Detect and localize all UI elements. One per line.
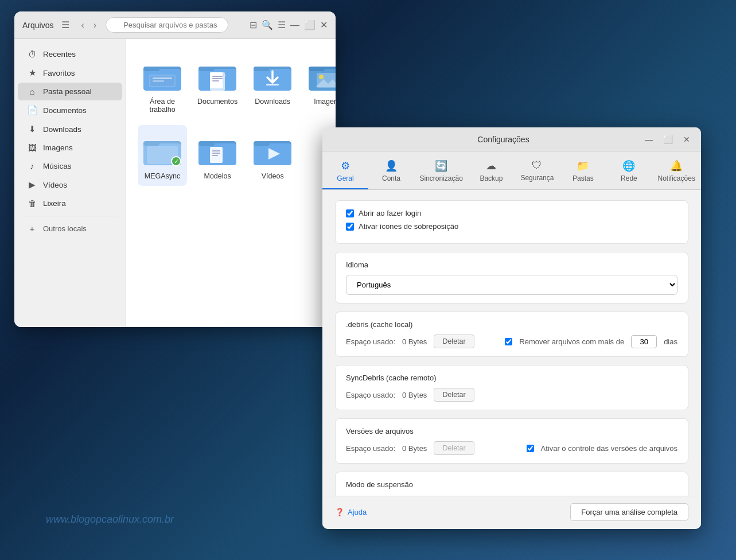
settings-window: Configurações — ⬜ ✕ ⚙ Geral 👤 Conta 🔄 Si… (322, 127, 701, 529)
svg-rect-9 (198, 67, 215, 71)
home-icon: ⌂ (27, 87, 37, 96)
sw-close-button[interactable]: ✕ (680, 134, 693, 145)
force-analysis-button[interactable]: Forçar uma análise completa (570, 503, 688, 521)
tab-pastas[interactable]: 📁 Pastas (560, 155, 606, 189)
svg-rect-15 (212, 80, 219, 81)
help-link[interactable]: ❓ Ajuda (335, 508, 367, 516)
idioma-section: Idioma Português English Español Françai… (335, 252, 688, 304)
file-manager-window: Arquivos ☰ ‹ › 🔍 ⊟ 🔍 ☰ — ⬜ ✕ ⏱ Recentes … (14, 11, 336, 327)
tab-backup[interactable]: ☁ Backup (468, 155, 514, 189)
close-icon[interactable]: ✕ (320, 20, 328, 30)
svg-point-24 (319, 75, 324, 79)
sidebar-divider (21, 216, 119, 216)
sidebar-item-imagens[interactable]: 🖼 Imagens (18, 139, 122, 157)
nav-back-button[interactable]: ‹ (77, 19, 87, 32)
list-view-icon[interactable]: ☰ (278, 20, 286, 30)
tab-label-conta: Conta (382, 174, 400, 182)
folder-svg-videos (252, 133, 293, 168)
tab-geral[interactable]: ⚙ Geral (322, 155, 368, 189)
folder-item-megasync[interactable]: ✓ MEGAsync (138, 125, 187, 186)
debris-delete-button[interactable]: Deletar (434, 335, 474, 348)
tab-seguranca[interactable]: 🛡 Segurança (514, 155, 560, 189)
startup-section: Abrir ao fazer login Ativar ícones de so… (335, 200, 688, 244)
svg-rect-22 (309, 67, 325, 71)
sw-content: Abrir ao fazer login Ativar ícones de so… (322, 190, 701, 496)
checkbox-remover-arquivos[interactable] (505, 338, 512, 345)
check-badge: ✓ (171, 156, 181, 166)
label-versoes-controle: Ativar o controle das versões de arquivo… (541, 444, 677, 453)
maximize-icon[interactable]: ⬜ (304, 20, 316, 30)
folder-label-imagens: Imagens (314, 98, 336, 106)
sidebar-label-imagens: Imagens (43, 143, 73, 152)
sidebar-item-outros[interactable]: + Outros locais (18, 220, 122, 238)
sidebar-item-recentes[interactable]: ⏱ Recentes (18, 45, 122, 63)
hamburger-icon[interactable]: ☰ (61, 20, 69, 30)
sidebar-label-pasta-pessoal: Pasta pessoal (43, 87, 92, 96)
folder-icon-downloads (252, 59, 293, 93)
svg-rect-34 (212, 153, 220, 154)
sidebar-item-lixeira[interactable]: 🗑 Lixeira (18, 195, 122, 212)
minimize-icon[interactable]: — (290, 20, 299, 30)
checkbox-row-icones: Ativar ícones de sobreposição (346, 222, 677, 231)
sidebar-item-pasta-pessoal[interactable]: ⌂ Pasta pessoal (18, 83, 122, 100)
versoes-title: Versões de arquivos (346, 427, 677, 435)
sidebar-item-favoritos[interactable]: ★ Favoritos (18, 64, 122, 82)
svg-rect-14 (212, 78, 223, 79)
search-input[interactable] (106, 17, 228, 33)
sidebar-item-musicas[interactable]: ♪ Músicas (18, 157, 122, 175)
tab-rede[interactable]: 🌐 Rede (606, 155, 652, 189)
folder-item-modelos[interactable]: Modelos (193, 125, 242, 186)
svg-rect-13 (212, 76, 223, 77)
sidebar-label-outros: Outros locais (43, 224, 87, 233)
folder-item-imagens[interactable]: Imagens (303, 50, 336, 119)
sidebar-label-recentes: Recentes (43, 50, 76, 59)
filter-icon[interactable]: ⊟ (250, 20, 257, 30)
checkbox-abrir-login[interactable] (346, 209, 354, 217)
versoes-delete-button[interactable]: Deletar (434, 441, 474, 455)
nav-forward-button[interactable]: › (90, 19, 100, 32)
star-icon: ★ (27, 68, 37, 78)
folder-label-documentos: Documentos (197, 98, 237, 106)
language-select[interactable]: Português English Español Français Deuts… (346, 275, 677, 295)
folder-item-videos[interactable]: Vídeos (248, 125, 297, 186)
sw-footer: ❓ Ajuda Forçar uma análise completa (322, 496, 701, 529)
sidebar-label-lixeira: Lixeira (43, 199, 66, 208)
label-abrir-login: Abrir ao fazer login (359, 209, 421, 217)
video-icon: ▶ (27, 180, 37, 190)
folder-label-area-de-trabalho: Área de trabalho (142, 98, 182, 114)
tab-sincronizacao[interactable]: 🔄 Sincronização (414, 155, 468, 189)
syncdebris-row: Espaço usado: 0 Bytes Deletar (346, 388, 677, 402)
checkbox-icones-sobreposicao[interactable] (346, 223, 354, 231)
tab-notificacoes[interactable]: 🔔 Notificações (652, 155, 701, 189)
svg-rect-6 (153, 80, 164, 82)
syncdebris-delete-button[interactable]: Deletar (434, 388, 474, 402)
sidebar-item-documentos[interactable]: 📄 Documentos (18, 101, 122, 119)
folder-icon-area-de-trabalho (142, 59, 182, 93)
debris-espaco-value: 0 Bytes (402, 337, 427, 346)
versoes-espaco-value: 0 Bytes (402, 444, 427, 453)
days-input[interactable] (631, 335, 657, 348)
sync-icon: 🔄 (435, 160, 447, 172)
folder-item-downloads[interactable]: Downloads (248, 50, 297, 119)
sw-minimize-button[interactable]: — (642, 134, 656, 145)
watermark: www.blogopcaolinux.com.br (46, 514, 174, 526)
folder-svg-imagens (307, 59, 336, 93)
debris-title: .debris (cache local) (346, 320, 677, 329)
folder-svg-docs (197, 59, 237, 93)
versoes-section: Versões de arquivos Espaço usado: 0 Byte… (335, 418, 688, 464)
folder-item-area-de-trabalho[interactable]: Área de trabalho (138, 50, 187, 119)
checkbox-versoes-controle[interactable] (527, 445, 534, 452)
folder-grid: Área de trabalho (138, 50, 324, 186)
folder-svg (142, 59, 182, 93)
folder-item-documentos[interactable]: Documentos (193, 50, 242, 119)
svg-rect-18 (254, 67, 270, 71)
debris-row: Espaço usado: 0 Bytes Deletar Remover ar… (346, 335, 677, 348)
folder-label-modelos: Modelos (204, 172, 231, 180)
idioma-title: Idioma (346, 260, 677, 269)
sw-maximize-button[interactable]: ⬜ (660, 134, 676, 145)
search2-icon[interactable]: 🔍 (262, 20, 273, 30)
sidebar-item-videos[interactable]: ▶ Vídeos (18, 176, 122, 194)
fm-body: ⏱ Recentes ★ Favoritos ⌂ Pasta pessoal 📄… (14, 39, 336, 327)
sidebar-item-downloads[interactable]: ⬇ Downloads (18, 120, 122, 138)
tab-conta[interactable]: 👤 Conta (368, 155, 414, 189)
